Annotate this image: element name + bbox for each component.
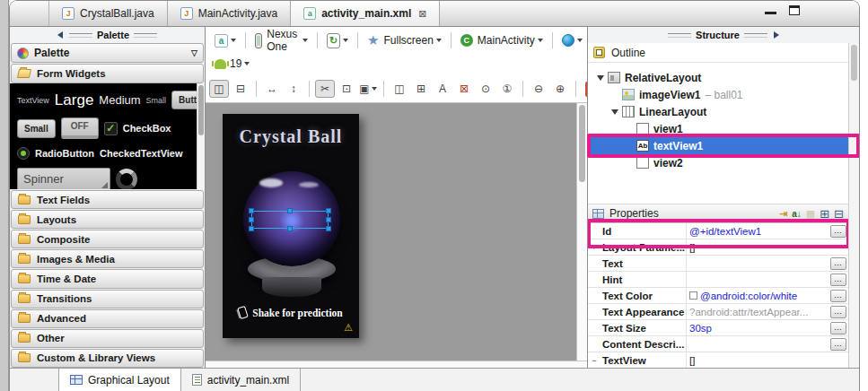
zoom-in-button[interactable]: ⊕ [550,80,570,98]
fill-width-button[interactable]: ↔ [262,80,282,98]
property-row-text-appearance[interactable]: Text Appearance ?android:attr/textAppear… [588,304,848,320]
radio-icon[interactable] [17,147,30,160]
more-button[interactable]: … [830,290,846,302]
palette-category-other[interactable]: Other [11,329,204,348]
show-outline-button[interactable]: ⊞ [411,80,431,98]
property-row-layout-params[interactable]: + Layout Parame... [] [588,239,848,256]
collapse-arrow-icon[interactable] [611,109,618,115]
zoom-100-button[interactable]: ① [497,80,517,98]
more-button[interactable]: … [830,338,846,351]
tab-activity-main-xml-source[interactable]: activity_main.xml [181,369,301,391]
palette-category-composite[interactable]: Composite [11,230,204,248]
expand-dropdown-button[interactable]: ▣ [358,80,378,98]
resize-handle[interactable] [287,208,293,213]
expand-right-icon[interactable] [774,31,779,39]
property-row-hint[interactable]: Hint … [588,272,848,288]
palette-category-text-fields[interactable]: Text Fields [11,190,204,209]
tab-graphical-layout[interactable]: Graphical Layout [58,369,181,391]
resize-handle[interactable] [326,208,331,213]
property-row-text-color[interactable]: Text Color @android:color/white … [588,288,848,304]
property-value[interactable]: [] [687,242,848,253]
tree-item-textview1[interactable]: Ab textView1 [588,137,848,154]
collapse-all-icon[interactable]: ⊟ [834,207,844,221]
property-row-id[interactable]: Id @+id/textView1 … [588,223,848,239]
palette-category-transitions[interactable]: Transitions [11,290,204,308]
property-row-text[interactable]: Text … [588,256,848,272]
widget-radiobutton[interactable]: RadioButton [35,148,94,159]
tree-item-relativelayout[interactable]: RelativeLayout [588,69,848,86]
structure-scrollbar[interactable] [849,43,859,368]
property-row-content-description[interactable]: Content Descri... … [588,336,848,352]
resize-handle[interactable] [326,217,331,222]
palette-category-advanced[interactable]: Advanced [11,309,204,328]
widget-progressbar[interactable] [116,169,137,189]
more-button[interactable]: … [830,322,846,335]
design-canvas[interactable]: Crystal Ball [206,102,587,368]
expand-all-icon[interactable]: ⊞ [820,207,829,221]
tab-activity-main-xml[interactable]: a activity_main.xml ⊠ [291,1,440,26]
tab-mainactivity-java[interactable]: J MainActivity.java [168,1,291,26]
property-value[interactable]: 30sp [687,323,830,334]
text-sizes-button[interactable]: A [433,80,452,98]
show-margins-button[interactable]: ◫ [390,80,409,98]
expander-plus-icon[interactable]: + [588,243,601,252]
checkbox-icon[interactable]: ✓ [104,122,118,135]
collapse-arrow-icon[interactable] [597,75,604,81]
collapse-left-icon[interactable] [57,31,63,39]
tree-item-imageview1[interactable]: imageView1 – ball01 [588,86,848,103]
config-dropdown[interactable]: a [211,32,240,49]
palette-category-layouts[interactable]: Layouts [11,210,204,229]
palette-scrollbar[interactable] [197,83,205,189]
widget-toggle-button[interactable]: OFF [61,117,99,139]
activity-dropdown[interactable]: C MainActivity [457,32,547,48]
locale-dropdown[interactable] [558,32,586,48]
property-value[interactable]: @android:color/white [687,291,830,301]
widget-checkedtextview[interactable]: CheckedTextView [100,148,183,159]
zoom-out-button[interactable]: ⊖ [529,80,548,98]
api-level-dropdown[interactable]: 19 [211,56,253,72]
more-button[interactable]: … [830,225,846,238]
palette-section-form-widgets[interactable]: Form Widgets [11,64,204,83]
property-row-textview-group[interactable]: − TextView [] [588,352,848,368]
phone-preview[interactable]: Crystal Ball [223,114,359,338]
canvas-vertical-scrollbar[interactable] [576,103,587,361]
expander-minus-icon[interactable]: − [588,356,601,365]
resize-handle[interactable] [249,226,254,231]
palette-selector[interactable]: Palette ▽ [11,43,204,63]
zoom-fit-button[interactable]: ⊙ [476,80,495,98]
widget-small-button[interactable]: Small [17,119,56,138]
widget-spinner[interactable]: Spinner [17,168,110,189]
widget-checkbox[interactable]: CheckBox [123,123,171,134]
resize-handle[interactable] [326,226,331,231]
canvas-horizontal-scrollbar[interactable] [206,361,587,368]
textview-selection-box[interactable] [251,211,329,229]
selection-overlay-button[interactable]: ⊡ [337,80,356,98]
pin-icon[interactable]: ▦ [806,208,815,220]
widget-large-text[interactable]: Large [55,91,93,109]
maximize-icon[interactable] [789,5,800,15]
property-row-text-size[interactable]: Text Size 30sp … [588,320,848,336]
theme-dropdown[interactable]: ★ Fullscreen [364,30,445,50]
tree-item-view2[interactable]: view2 [588,154,848,171]
sort-alphabetically-icon[interactable]: a↓ [792,209,802,219]
minimize-icon[interactable] [765,5,776,14]
tree-item-linearlayout[interactable]: LinearLayout [588,103,848,120]
close-icon[interactable]: ⊠ [418,8,426,20]
resize-handle[interactable] [249,217,254,222]
more-button[interactable]: … [830,257,846,270]
resize-handle[interactable] [287,226,293,231]
show-rows-button[interactable]: ⊟ [231,80,250,98]
show-columns-button[interactable]: ◫ [209,80,229,98]
device-dropdown[interactable]: Nexus One [251,26,311,55]
toggle-clipping-button[interactable]: ✂ [315,80,335,98]
hide-decorations-button[interactable]: ⊠ [454,80,474,98]
more-button[interactable]: … [830,306,846,318]
more-button[interactable]: … [830,274,846,286]
property-value[interactable]: ?android:attr/textAppear... [687,307,830,317]
resize-handle[interactable] [249,208,254,213]
fill-height-button[interactable]: ↕ [284,80,303,98]
widget-small-text[interactable]: Small [146,96,167,105]
widget-textview[interactable]: TextView [17,96,49,105]
palette-category-time-date[interactable]: Time & Date [11,269,204,288]
palette-category-images-media[interactable]: Images & Media [11,249,204,268]
